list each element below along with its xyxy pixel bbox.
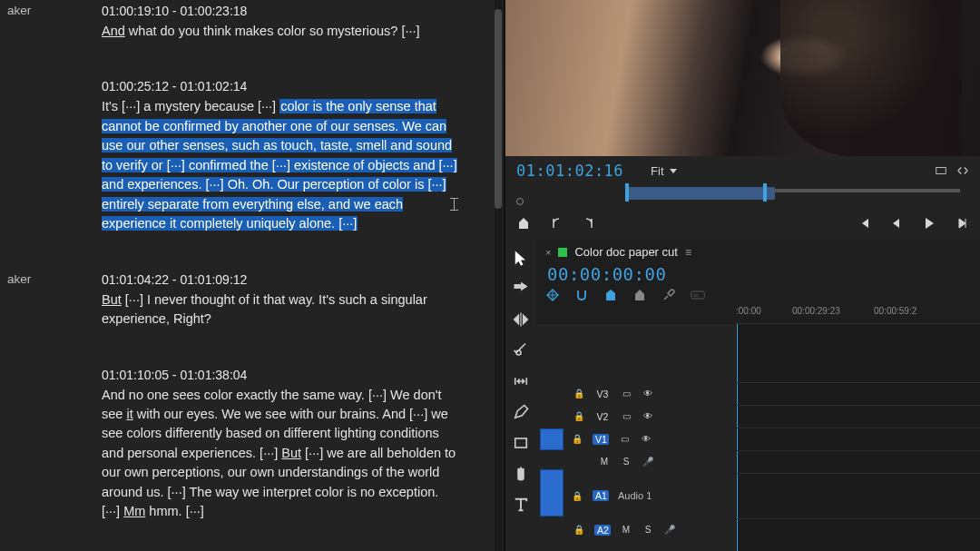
transcript-segment: 01:01:10:05 - 01:01:38:04 And no one see… xyxy=(0,368,485,522)
audio-track-header: A1 🔒 A1 Audio 1 xyxy=(536,473,736,518)
sequence-tab[interactable]: × Color doc paper cut ≡ xyxy=(536,240,980,261)
ruler-label: :00:00 xyxy=(736,306,761,316)
video-track-header: 🔒 V3 ▭ 👁 xyxy=(536,382,736,405)
add-marker-icon[interactable] xyxy=(516,216,531,231)
solo-button[interactable]: S xyxy=(620,456,632,468)
timeline-options: cc xyxy=(536,288,980,306)
transcript-segment: aker 01:00:19:10 - 01:00:23:18 And what … xyxy=(0,4,485,41)
eye-icon[interactable]: 👁 xyxy=(642,410,654,423)
audio-clip[interactable] xyxy=(540,469,564,517)
audio-track-header: 🔒 A2 M S 🎤 xyxy=(536,518,736,541)
mark-out-icon[interactable] xyxy=(582,216,596,231)
transcript-panel: aker 01:00:19:10 - 01:00:23:18 And what … xyxy=(0,0,504,551)
zoom-select[interactable]: Fit xyxy=(651,164,676,178)
tab-menu-icon[interactable]: ≡ xyxy=(685,246,691,259)
speaker-label: aker xyxy=(7,272,31,286)
mute-button[interactable]: M xyxy=(620,524,632,536)
track-target-a2[interactable]: A2 xyxy=(594,525,611,536)
caption-icon[interactable]: cc xyxy=(691,288,705,302)
segment-text[interactable]: It's [···] a mystery because [···] color… xyxy=(102,97,458,233)
segment-timecode: 01:00:19:10 - 01:00:23:18 xyxy=(102,4,458,18)
sequence-name: Color doc paper cut xyxy=(574,245,677,259)
track-target-a1[interactable]: A1 xyxy=(593,490,609,501)
close-tab-icon[interactable]: × xyxy=(545,247,551,258)
selection-tool-icon[interactable] xyxy=(512,249,530,267)
program-ruler[interactable] xyxy=(516,185,969,205)
voiceover-icon[interactable]: 🎤 xyxy=(642,456,654,468)
mute-button[interactable]: M xyxy=(598,456,611,468)
eye-icon[interactable]: 👁 xyxy=(642,388,654,400)
ruler-label: 00:00:59:2 xyxy=(874,306,916,316)
ripple-edit-icon[interactable] xyxy=(512,310,530,329)
timeline-ruler[interactable]: :00:00 00:00:29:23 00:00:59:2 xyxy=(736,306,980,324)
comparison-view-icon[interactable] xyxy=(956,164,969,177)
rectangle-tool-icon[interactable] xyxy=(512,434,530,452)
video-frame xyxy=(505,0,980,156)
toggle-output-icon[interactable]: ▭ xyxy=(620,410,632,423)
insert-mode-icon[interactable] xyxy=(545,288,560,302)
track-label[interactable]: V2 xyxy=(594,411,611,422)
track-headers: 🔒 V3 ▭ 👁 🔒 V2 ▭ 👁 V1 xyxy=(536,324,736,551)
razor-tool-icon[interactable] xyxy=(512,341,530,359)
video-clip[interactable] xyxy=(540,428,564,450)
toggle-output-icon[interactable]: ▭ xyxy=(620,388,632,400)
slip-tool-icon[interactable] xyxy=(512,372,530,390)
program-monitor[interactable] xyxy=(505,0,980,156)
voiceover-icon[interactable]: 🎤 xyxy=(663,524,676,536)
transcript-scroll[interactable]: aker 01:00:19:10 - 01:00:23:18 And what … xyxy=(0,0,504,551)
lock-icon[interactable]: 🔒 xyxy=(573,410,585,423)
lock-icon[interactable]: 🔒 xyxy=(573,388,585,400)
pen-tool-icon[interactable] xyxy=(512,403,530,421)
type-tool-icon[interactable] xyxy=(512,496,530,514)
track-label[interactable]: V3 xyxy=(594,389,611,399)
segment-text[interactable]: And no one sees color exactly the same w… xyxy=(102,386,458,522)
timeline-playhead[interactable] xyxy=(737,324,738,551)
transcript-segment: 01:00:25:12 - 01:01:02:14 It's [···] a m… xyxy=(0,79,485,233)
transcript-scrollbar[interactable] xyxy=(495,0,502,551)
go-to-in-icon[interactable] xyxy=(857,216,871,231)
mark-in-icon[interactable] xyxy=(549,216,564,231)
track-target-v1[interactable]: V1 xyxy=(593,434,609,445)
linked-selection-icon[interactable] xyxy=(603,288,618,302)
timeline-panel: × Color doc paper cut ≡ 00:00:00:00 cc :… xyxy=(505,240,980,551)
track-select-forward-icon[interactable] xyxy=(512,280,530,298)
segment-timecode: 01:01:04:22 - 01:01:09:12 xyxy=(102,272,458,287)
step-forward-icon[interactable] xyxy=(955,216,969,231)
segment-text[interactable]: And what do you think makes color so mys… xyxy=(102,22,458,41)
track-canvas[interactable] xyxy=(736,324,980,551)
play-icon[interactable] xyxy=(922,216,936,231)
lock-icon[interactable]: 🔒 xyxy=(573,524,585,536)
speaker-label: aker xyxy=(7,4,31,17)
solo-button[interactable]: S xyxy=(642,524,654,536)
settings-icon[interactable] xyxy=(935,164,947,177)
transport-controls xyxy=(505,209,980,240)
step-back-icon[interactable] xyxy=(889,216,904,231)
segment-text[interactable]: But [···] I never thought of it that way… xyxy=(102,290,458,330)
segment-timecode: 01:01:10:05 - 01:01:38:04 xyxy=(102,368,458,382)
program-timecode[interactable]: 01:01:02:16 xyxy=(516,162,623,180)
segment-timecode: 01:00:25:12 - 01:01:02:14 xyxy=(102,79,458,93)
audio-track-name: Audio 1 xyxy=(618,490,652,501)
selected-text[interactable]: color is the only sense that cannot be c… xyxy=(102,99,457,231)
lock-icon[interactable]: 🔒 xyxy=(571,433,583,446)
playback-info-bar: 01:01:02:16 Fit xyxy=(505,156,980,185)
zoom-level: Fit xyxy=(651,164,663,178)
timeline-tools xyxy=(505,240,536,551)
ruler-in-out-range[interactable] xyxy=(625,187,775,200)
out-point-handle[interactable] xyxy=(763,183,767,202)
toggle-output-icon[interactable]: ▭ xyxy=(618,433,631,446)
audio-track-header: M S 🎤 xyxy=(536,450,736,473)
marker-icon[interactable] xyxy=(632,288,647,302)
transcript-segment: aker 01:01:04:22 - 01:01:09:12 But [···]… xyxy=(0,272,485,330)
scrollbar-thumb[interactable] xyxy=(495,9,502,209)
hand-tool-icon[interactable] xyxy=(512,465,530,483)
snap-icon[interactable] xyxy=(574,288,589,302)
in-point-handle[interactable] xyxy=(625,183,629,202)
chevron-down-icon xyxy=(670,169,677,173)
video-track-header: V1 🔒 V1 ▭ 👁 xyxy=(536,428,736,450)
lock-icon[interactable]: 🔒 xyxy=(571,489,583,502)
eye-icon[interactable]: 👁 xyxy=(640,433,652,446)
wrench-icon[interactable] xyxy=(662,288,676,302)
right-panel: 01:01:02:16 Fit xyxy=(505,0,980,551)
timeline-playhead-tc[interactable]: 00:00:00:00 xyxy=(545,264,666,284)
